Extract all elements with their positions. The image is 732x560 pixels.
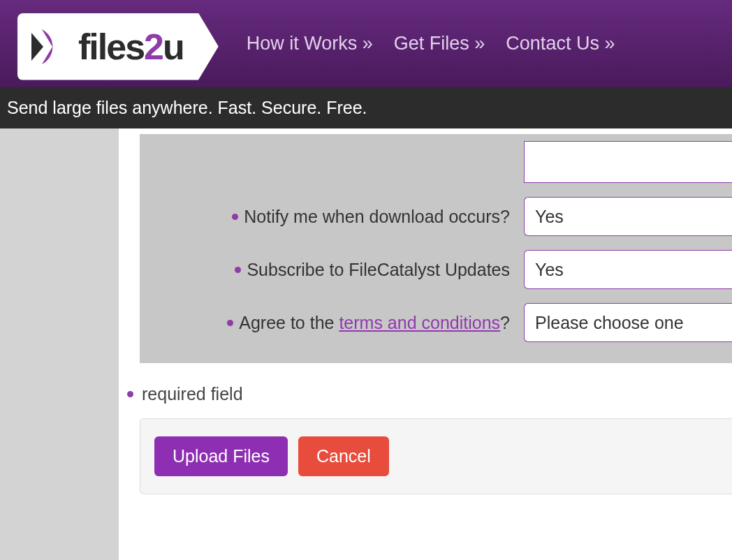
nav-contact-us[interactable]: Contact Us » [506, 33, 615, 54]
form-row-subscribe: Subscribe to FileCatalyst Updates Yes [140, 243, 732, 296]
partial-input[interactable] [524, 141, 732, 183]
header: files2u How it Works » Get Files » Conta… [0, 0, 732, 87]
required-legend: required field [127, 384, 732, 404]
form-row-agree: Agree to the terms and conditions? Pleas… [140, 296, 732, 349]
terms-link[interactable]: terms and conditions [339, 313, 500, 332]
logo[interactable]: files2u [17, 13, 219, 80]
nav-how-it-works[interactable]: How it Works » [247, 33, 373, 54]
required-icon [227, 320, 233, 326]
form-row-partial [140, 134, 732, 190]
logo-text: files2u [78, 26, 184, 68]
select-notify[interactable]: Yes [524, 197, 732, 236]
content-card: Notify me when download occurs? Yes Subs… [119, 128, 732, 560]
upload-button[interactable]: Upload Files [154, 436, 288, 476]
label-notify: Notify me when download occurs? [140, 207, 510, 227]
select-agree[interactable]: Please choose one [524, 303, 732, 342]
form-row-notify: Notify me when download occurs? Yes [140, 190, 732, 243]
main-nav: How it Works » Get Files » Contact Us » [247, 33, 615, 54]
label-subscribe: Subscribe to FileCatalyst Updates [140, 260, 510, 280]
required-icon [127, 391, 133, 397]
required-icon [232, 214, 238, 220]
select-subscribe[interactable]: Yes [524, 250, 732, 289]
button-panel: Upload Files Cancel [140, 418, 732, 494]
tagline: Send large files anywhere. Fast. Secure.… [0, 87, 732, 128]
form-section: Notify me when download occurs? Yes Subs… [140, 134, 732, 363]
logo-icon [28, 26, 70, 68]
required-icon [235, 267, 241, 273]
label-agree: Agree to the terms and conditions? [140, 313, 510, 333]
cancel-button[interactable]: Cancel [298, 436, 389, 476]
nav-get-files[interactable]: Get Files » [394, 33, 485, 54]
page-body: Notify me when download occurs? Yes Subs… [0, 128, 732, 560]
